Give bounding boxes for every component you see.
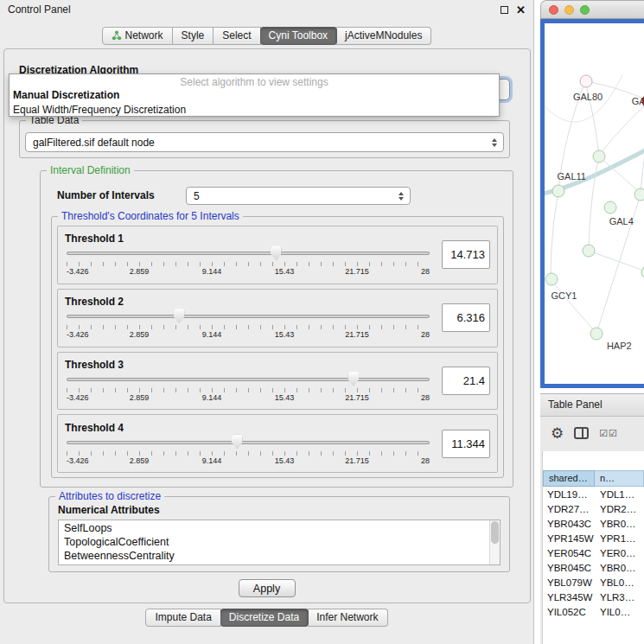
checkboxes-icon[interactable]: ☑☑ <box>599 428 618 439</box>
top-tab-bar: NetworkStyleSelectCyni ToolboxjActiveMNo… <box>0 27 533 45</box>
bottom-tab-bar: Impute DataDiscretize DataInfer Network <box>0 609 533 627</box>
threshold-value-field[interactable]: 21.4 <box>442 367 490 395</box>
table-panel-toolbar: ⚙ ☑☑ <box>540 417 644 450</box>
network-node[interactable] <box>634 188 644 201</box>
table-cell: YER054C <box>543 548 595 558</box>
table-data-combo[interactable]: galFiltered.sif default node <box>25 132 504 152</box>
combo-stepper-icon <box>488 138 501 147</box>
scale-label: 28 <box>421 330 430 339</box>
threshold-block: Threshold 2-3.4262.8599.14415.4321.71528… <box>57 289 498 348</box>
tab-label: Cyni Toolbox <box>269 29 328 41</box>
close-icon[interactable]: ✕ <box>516 4 526 16</box>
slider-thumb[interactable] <box>232 435 243 450</box>
attribute-item[interactable]: BetweennessCentrality <box>64 549 500 563</box>
table-data-combo-value: galFiltered.sif default node <box>26 137 488 149</box>
table-row[interactable]: YBR043CYBR0… <box>543 516 644 531</box>
column-header[interactable]: shared… <box>543 470 595 487</box>
table-row[interactable]: YPR145WYPR1… <box>543 531 644 545</box>
attributes-listbox[interactable]: SelfLoopsTopologicalCoefficientBetweenne… <box>58 520 501 565</box>
close-traffic-light[interactable] <box>549 5 558 15</box>
gear-icon[interactable]: ⚙ <box>551 426 564 441</box>
slider-thumb[interactable] <box>271 245 282 260</box>
scrollbar-thumb[interactable] <box>491 521 499 544</box>
scale-label: -3.426 <box>67 393 89 402</box>
slider-track[interactable] <box>67 378 430 381</box>
network-canvas[interactable]: GAL80GAGAL11GAL4GCY1HAP2 <box>545 23 644 384</box>
scale-label: 15.43 <box>275 456 295 465</box>
slider-thumb[interactable] <box>348 372 359 386</box>
tab-style[interactable]: Style <box>173 27 214 45</box>
threshold-value-field[interactable]: 11.344 <box>442 430 490 458</box>
scale-label: 28 <box>421 393 430 402</box>
tab-label: Network <box>125 29 163 41</box>
threshold-label: Threshold 2 <box>65 296 431 308</box>
table-row[interactable]: YBR045CYBR0… <box>543 560 644 575</box>
table-cell: YBR043C <box>543 519 595 529</box>
table-row[interactable]: YLR345WYLR3… <box>543 590 644 604</box>
tab-network[interactable]: Network <box>102 27 173 45</box>
scale-label: 28 <box>421 267 430 276</box>
tab-label: jActiveMNodules <box>345 29 422 41</box>
tab-infer-network[interactable]: Infer Network <box>308 609 387 627</box>
attribute-item[interactable]: SelfLoops <box>64 521 500 535</box>
slider-track[interactable] <box>67 252 430 255</box>
minimize-traffic-light[interactable] <box>564 5 574 15</box>
network-node[interactable] <box>590 327 603 340</box>
network-window: GAL80GAGAL11GAL4GCY1HAP2 <box>540 0 644 388</box>
table-row[interactable]: YIL052CYIL0… <box>543 604 644 619</box>
threshold-slider[interactable] <box>67 309 430 324</box>
threshold-label: Threshold 1 <box>65 233 431 245</box>
network-node[interactable] <box>552 184 565 197</box>
combo-stepper-icon <box>395 192 407 201</box>
table-data-group: Table Data galFiltered.sif default node <box>19 120 510 158</box>
threshold-label: Threshold 3 <box>65 359 431 371</box>
scale-label: 28 <box>421 456 430 465</box>
scale-label: 21.715 <box>345 267 369 276</box>
network-node[interactable] <box>592 150 605 163</box>
threshold-slider[interactable] <box>67 435 430 450</box>
interval-definition-group: Interval Definition Number of Intervals … <box>40 170 513 488</box>
threshold-value-field[interactable]: 6.316 <box>442 303 490 332</box>
table-cell: YPR1… <box>595 533 644 544</box>
threshold-slider[interactable] <box>67 372 430 387</box>
table-row[interactable]: YER054CYER0… <box>543 545 644 560</box>
tab-select[interactable]: Select <box>214 27 260 45</box>
tab-discretize-data[interactable]: Discretize Data <box>220 609 309 627</box>
column-header[interactable]: n… <box>595 470 644 487</box>
slider-thumb[interactable] <box>174 309 185 323</box>
slider-scale: -3.4262.8599.14415.4321.71528 <box>67 456 430 466</box>
threshold-slider[interactable] <box>67 245 430 261</box>
zoom-traffic-light[interactable] <box>580 5 590 15</box>
algorithm-option[interactable]: Manual Discretization <box>10 88 499 103</box>
scale-label: -3.426 <box>67 456 89 465</box>
control-panel-window: Control Panel ✕ NetworkStyleSelectCyni T… <box>0 0 534 644</box>
algorithm-option[interactable]: Equal Width/Frequency Discretization <box>10 103 499 118</box>
tab-cyni-toolbox[interactable]: Cyni Toolbox <box>260 27 337 45</box>
table-row[interactable]: YBL079WYBL0… <box>543 575 644 590</box>
apply-button[interactable]: Apply <box>239 579 296 597</box>
table-row[interactable]: YDL19…YDL1… <box>543 487 644 501</box>
number-of-intervals-combo[interactable]: 5 <box>186 187 411 205</box>
algorithm-popup-options: Manual DiscretizationEqual Width/Frequen… <box>10 88 499 118</box>
thresholds-group-label: Threshold's Coordinates for 5 Intervals <box>58 210 243 222</box>
slider-ticks <box>67 325 430 329</box>
columns-icon[interactable] <box>574 427 589 439</box>
tab-impute-data[interactable]: Impute Data <box>145 609 220 627</box>
slider-track[interactable] <box>67 441 430 444</box>
threshold-value-field[interactable]: 14.713 <box>442 240 490 269</box>
slider-track[interactable] <box>67 315 430 318</box>
network-node[interactable] <box>583 244 596 257</box>
scale-label: 9.144 <box>202 267 222 276</box>
table-row[interactable]: YDR27…YDR2… <box>543 501 644 516</box>
attributes-scrollbar[interactable] <box>489 520 500 564</box>
tab-jactivemnodules[interactable]: jActiveMNodules <box>336 27 431 45</box>
float-window-icon[interactable] <box>501 6 508 14</box>
network-window-titlebar <box>540 0 644 19</box>
table-rows: YDL19…YDL1…YDR27…YDR2…YBR043CYBR0…YPR145… <box>543 487 644 619</box>
node-table: shared…n… YDL19…YDL1…YDR27…YDR2…YBR043CY… <box>542 451 644 644</box>
network-node[interactable] <box>579 74 592 87</box>
table-cell: YBL0… <box>595 577 644 588</box>
network-node[interactable] <box>604 201 617 214</box>
network-node[interactable] <box>545 273 558 286</box>
attribute-item[interactable]: TopologicalCoefficient <box>64 535 500 549</box>
